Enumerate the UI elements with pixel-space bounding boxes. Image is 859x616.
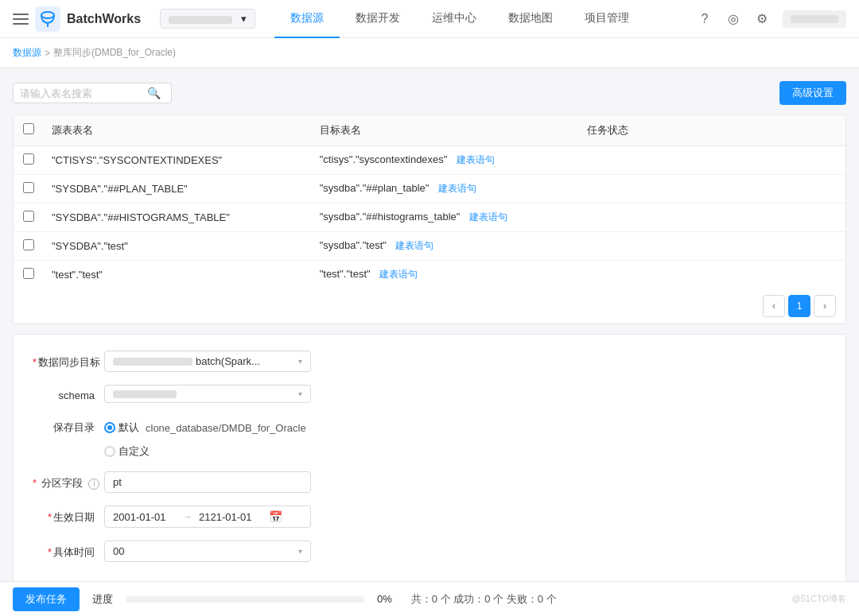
data-table: 源表表名 目标表名 任务状态 "CTISYS"."SYSCONTEXTINDEX… — [13, 114, 846, 324]
save-dir-default-label: 默认 — [119, 420, 139, 435]
sync-target-control: batch(Spark... ▾ — [104, 351, 311, 372]
row-source-4: "test"."test" — [42, 262, 310, 288]
nav-tab-project[interactable]: 项目管理 — [569, 0, 645, 38]
sync-target-label: 数据同步目标 — [33, 351, 104, 370]
row-checkbox-cell — [14, 146, 42, 174]
specific-time-chevron-icon: ▾ — [298, 547, 302, 556]
sync-target-row: 数据同步目标 batch(Spark... ▾ — [33, 351, 826, 372]
save-dir-control: 默认 clone_database/DMDB_for_Oracle 自定义 — [104, 416, 311, 459]
project-selector-text — [169, 13, 238, 25]
form-section: 数据同步目标 batch(Spark... ▾ schema ▾ — [13, 334, 846, 616]
menu-icon[interactable] — [13, 11, 29, 27]
date-range-picker[interactable]: → 📅 — [104, 506, 311, 528]
search-icon[interactable]: 🔍 — [147, 87, 161, 99]
row-target-4: "test"."test" 建表语句 — [310, 261, 578, 289]
specific-time-row: 具体时间 00 ▾ — [33, 540, 826, 562]
breadcrumb: 数据源 > 整库同步(DMDB_for_Oracle) — [0, 38, 859, 68]
row-source-0: "CTISYS"."SYSCONTEXTINDEXES" — [42, 147, 310, 173]
save-dir-default-radio[interactable] — [104, 422, 115, 433]
partition-field-input[interactable] — [104, 471, 311, 493]
save-dir-custom-row: 自定义 — [104, 440, 311, 459]
schema-row: schema ▾ — [33, 385, 826, 403]
specific-time-control: 00 ▾ — [104, 540, 311, 562]
row-status-3 — [577, 239, 845, 254]
date-range-separator: → — [183, 511, 192, 522]
date-end-input[interactable] — [199, 511, 262, 523]
search-input-wrap[interactable]: 🔍 — [13, 83, 172, 103]
partition-field-control — [104, 471, 311, 493]
date-start-input[interactable] — [113, 511, 177, 523]
logo-icon — [35, 6, 60, 32]
row-source-3: "SYSDBA"."test" — [42, 233, 310, 259]
search-row: 🔍 高级设置 — [13, 81, 846, 105]
nav-tab-dev[interactable]: 数据开发 — [340, 0, 416, 38]
row-checkbox-cell — [14, 203, 42, 231]
save-dir-custom-label: 自定义 — [119, 444, 150, 459]
row-source-2: "SYSDBA"."##HISTOGRAMS_TABLE" — [42, 204, 310, 231]
help-icon[interactable]: ? — [697, 11, 713, 27]
breadcrumb-root[interactable]: 数据源 — [13, 46, 41, 60]
progress-percentage: 0% — [377, 593, 392, 605]
select-all-checkbox[interactable] — [23, 123, 34, 134]
row-target-3: "sysdba"."test" 建表语句 — [310, 232, 578, 260]
build-table-link-4[interactable]: 建表语句 — [379, 269, 418, 280]
row-status-0 — [577, 153, 845, 168]
nav-tab-map[interactable]: 数据地图 — [492, 0, 569, 38]
progress-stats: 共：0 个 成功：0 个 失败：0 个 — [411, 592, 557, 606]
advanced-settings-button[interactable]: 高级设置 — [779, 81, 846, 105]
nav-tab-ops[interactable]: 运维中心 — [416, 0, 492, 38]
row-target-1: "sysdba"."##plan_table" 建表语句 — [310, 175, 578, 203]
row-target-2: "sysdba"."##histograms_table" 建表语句 — [310, 203, 578, 231]
build-table-link-1[interactable]: 建表语句 — [438, 183, 476, 194]
page-1-button[interactable]: 1 — [788, 295, 810, 317]
partition-field-label: 分区字段 i — [33, 471, 104, 490]
row-checkbox-0[interactable] — [23, 153, 34, 165]
prev-page-button[interactable]: ‹ — [763, 295, 785, 317]
row-checkbox-4[interactable] — [23, 268, 34, 279]
row-checkbox-cell — [14, 232, 42, 260]
row-checkbox-3[interactable] — [23, 239, 34, 250]
col-header-status: 任务状态 — [577, 115, 845, 145]
table-row: "SYSDBA"."##HISTOGRAMS_TABLE" "sysdba"."… — [14, 203, 845, 232]
col-header-checkbox — [14, 115, 42, 145]
watermark-text: @51CTO博客 — [792, 593, 846, 605]
partition-field-info-icon[interactable]: i — [88, 478, 99, 490]
save-dir-custom-option[interactable]: 自定义 — [104, 444, 150, 459]
row-target-0: "ctisys"."syscontextindexes" 建表语句 — [310, 146, 578, 174]
row-checkbox-cell — [14, 261, 42, 289]
nav-tabs: 数据源 数据开发 运维中心 数据地图 项目管理 — [274, 0, 645, 38]
table-header: 源表表名 目标表名 任务状态 — [14, 115, 845, 146]
search-input[interactable] — [20, 87, 147, 99]
next-page-button[interactable]: › — [814, 295, 836, 317]
main-content: 🔍 高级设置 源表表名 目标表名 任务状态 "CTISYS"."SYSCONTE… — [0, 68, 859, 616]
table-body: "CTISYS"."SYSCONTEXTINDEXES" "ctisys"."s… — [14, 146, 845, 289]
message-icon[interactable]: ◎ — [725, 11, 741, 27]
row-checkbox-2[interactable] — [23, 211, 34, 222]
schema-control: ▾ — [104, 385, 311, 403]
save-dir-default-option[interactable]: 默认 clone_database/DMDB_for_Oracle — [104, 420, 306, 435]
nav-tab-datasource[interactable]: 数据源 — [274, 0, 340, 38]
table-row: "SYSDBA"."test" "sysdba"."test" 建表语句 — [14, 232, 845, 261]
effective-date-row: 生效日期 → 📅 — [33, 506, 826, 528]
effective-date-label: 生效日期 — [33, 506, 104, 525]
table-row: "SYSDBA"."##PLAN_TABLE" "sysdba"."##plan… — [14, 175, 845, 203]
build-table-link-2[interactable]: 建表语句 — [469, 211, 507, 223]
user-info[interactable] — [783, 10, 846, 28]
specific-time-select[interactable]: 00 ▾ — [104, 540, 311, 562]
specific-time-label: 具体时间 — [33, 540, 104, 560]
schema-select[interactable]: ▾ — [104, 385, 311, 403]
settings-icon[interactable]: ⚙ — [754, 11, 770, 27]
calendar-icon: 📅 — [269, 510, 282, 523]
breadcrumb-current: 整库同步(DMDB_for_Oracle) — [53, 46, 176, 60]
col-header-target: 目标表名 — [310, 115, 578, 145]
partition-field-row: 分区字段 i — [33, 471, 826, 493]
row-status-4 — [577, 268, 845, 282]
row-checkbox-1[interactable] — [23, 182, 34, 193]
build-table-link-3[interactable]: 建表语句 — [395, 240, 433, 251]
project-selector[interactable]: ▾ — [160, 9, 255, 29]
publish-task-button[interactable]: 发布任务 — [13, 587, 80, 611]
save-dir-custom-radio[interactable] — [104, 446, 115, 457]
sync-target-select[interactable]: batch(Spark... ▾ — [104, 351, 311, 372]
table-row: "test"."test" "test"."test" 建表语句 — [14, 261, 845, 289]
build-table-link-0[interactable]: 建表语句 — [457, 154, 495, 165]
